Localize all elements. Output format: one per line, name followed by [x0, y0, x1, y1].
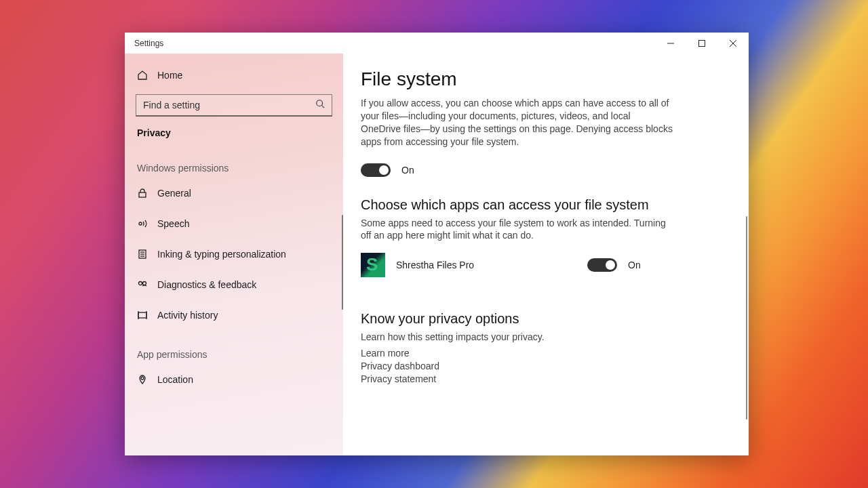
svg-point-7 [139, 222, 142, 225]
svg-rect-14 [138, 312, 146, 318]
search-box[interactable] [136, 94, 332, 117]
apps-heading: Choose which apps can access your file s… [361, 197, 731, 213]
location-icon [137, 374, 157, 385]
apps-description: Some apps need to access your file syste… [361, 217, 673, 243]
search-input[interactable] [143, 100, 315, 110]
sidebar-item-label: Diagnostics & feedback [157, 279, 256, 290]
svg-point-12 [139, 281, 142, 285]
app-row: Shrestha Files Pro On [361, 253, 731, 277]
sidebar-home[interactable]: Home [125, 60, 343, 90]
file-system-access-toggle[interactable] [361, 163, 391, 177]
sidebar-item-general[interactable]: General [125, 178, 343, 208]
content-area: Home Privacy Windows permissions General [125, 54, 749, 455]
main-panel: File system If you allow access, you can… [343, 54, 749, 455]
svg-line-5 [322, 106, 325, 108]
close-icon [730, 40, 736, 47]
privacy-sub: Learn how this setting impacts your priv… [361, 331, 673, 344]
sidebar-item-activity[interactable]: Activity history [125, 300, 343, 330]
link-learn-more[interactable]: Learn more [361, 348, 731, 359]
settings-window: Settings Home Priv [125, 33, 749, 455]
app-name: Shrestha Files Pro [396, 260, 538, 270]
speech-icon [137, 218, 157, 229]
svg-rect-1 [699, 40, 705, 46]
window-title: Settings [125, 33, 655, 54]
page-description: If you allow access, you can choose whic… [361, 97, 673, 148]
sidebar-item-label: General [157, 188, 191, 199]
sidebar-item-label: Activity history [157, 310, 218, 321]
minimize-button[interactable] [655, 33, 686, 54]
feedback-icon [137, 279, 157, 290]
sidebar-section-windows-permissions: Windows permissions [125, 150, 343, 178]
privacy-heading: Know your privacy options [361, 311, 731, 327]
app-toggle-state: On [628, 260, 641, 270]
svg-rect-6 [139, 192, 146, 197]
minimize-icon [667, 40, 674, 47]
svg-point-13 [143, 281, 146, 285]
app-icon [361, 253, 385, 277]
lock-icon [137, 188, 157, 199]
link-privacy-dashboard[interactable]: Privacy dashboard [361, 361, 731, 371]
sidebar-item-speech[interactable]: Speech [125, 208, 343, 239]
sidebar-item-diagnostics[interactable]: Diagnostics & feedback [125, 269, 343, 300]
sidebar-current-section: Privacy [125, 123, 343, 150]
svg-point-4 [317, 100, 323, 106]
sidebar-item-inking[interactable]: Inking & typing personalization [125, 239, 343, 269]
sidebar-section-app-permissions: App permissions [125, 330, 343, 364]
toggle-state-label: On [401, 165, 414, 176]
sidebar-item-label: Location [157, 374, 193, 385]
page-title: File system [361, 68, 731, 90]
sidebar-item-label: Speech [157, 218, 189, 229]
search-icon [315, 99, 325, 111]
maximize-icon [698, 40, 705, 47]
sidebar-home-label: Home [157, 70, 182, 81]
svg-point-17 [141, 377, 144, 380]
main-scrollbar[interactable] [746, 216, 747, 420]
sidebar-item-location[interactable]: Location [125, 364, 343, 394]
close-button[interactable] [717, 33, 749, 54]
activity-icon [137, 310, 157, 321]
maximize-button[interactable] [686, 33, 717, 54]
sidebar-item-label: Inking & typing personalization [157, 249, 286, 260]
home-icon [137, 70, 157, 81]
sidebar: Home Privacy Windows permissions General [125, 54, 343, 455]
clipboard-icon [137, 249, 157, 260]
app-toggle[interactable] [587, 258, 617, 272]
link-privacy-statement[interactable]: Privacy statement [361, 373, 731, 384]
titlebar: Settings [125, 33, 749, 54]
